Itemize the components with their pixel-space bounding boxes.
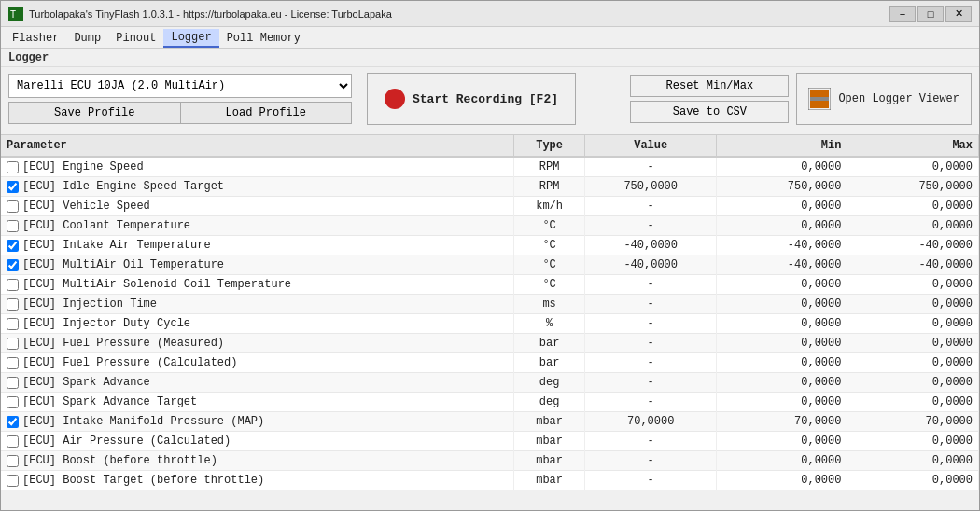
menu-item-logger[interactable]: Logger [163,29,218,48]
param-checkbox[interactable] [7,259,19,271]
titlebar: T Turbolapaka's TinyFlash 1.0.3.1 - http… [1,1,979,27]
param-max: 0,0000 [847,353,979,373]
minimize-button[interactable]: − [889,6,916,22]
maximize-button[interactable]: □ [917,6,944,22]
menu-item-poll-memory[interactable]: Poll Memory [219,30,308,47]
param-checkbox[interactable] [7,161,19,173]
load-profile-button[interactable]: Load Profile [181,102,353,124]
param-checkbox[interactable] [7,416,19,428]
param-max: 70,0000 [847,412,979,432]
param-max: 0,0000 [847,157,979,177]
param-label: [ECU] Spark Advance [22,376,150,389]
menubar: FlasherDumpPinoutLoggerPoll Memory [1,27,979,49]
param-value: - [585,216,717,236]
param-checkbox[interactable] [7,396,19,408]
save-profile-button[interactable]: Save Profile [8,102,181,124]
param-label: [ECU] MultiAir Solenoid Coil Temperature [22,278,291,291]
param-label: [ECU] Engine Speed [22,160,144,173]
param-label: [ECU] Idle Engine Speed Target [22,180,224,193]
open-logger-viewer-button[interactable]: Open Logger Viewer [796,73,972,125]
param-max: 0,0000 [847,216,979,236]
param-min: -40,0000 [716,256,847,275]
param-checkbox[interactable] [7,455,19,467]
param-value: - [585,432,717,451]
param-type: mbar [513,471,585,490]
param-label: [ECU] Intake Air Temperature [22,239,211,252]
param-max: 0,0000 [847,471,979,490]
table-row: [ECU] Injector Duty Cycle%-0,00000,0000 [1,314,979,334]
start-recording-button[interactable]: Start Recording [F2] [367,73,576,125]
param-label: [ECU] Fuel Pressure (Calculated) [22,356,237,369]
table-row: [ECU] Boost (before throttle)mbar-0,0000… [1,451,979,471]
reset-minmax-button[interactable]: Reset Min/Max [630,75,789,97]
param-value: - [585,314,717,334]
param-type: mbar [513,451,585,471]
param-min: -40,0000 [716,236,847,256]
toolbar: Marelli ECU 10JA (2.0 MultiAir) Save Pro… [1,67,979,135]
svg-rect-2 [810,90,829,97]
param-checkbox[interactable] [7,377,19,389]
param-checkbox[interactable] [7,318,19,330]
param-label: [ECU] Air Pressure (Calculated) [22,435,231,448]
close-button[interactable]: ✕ [945,6,972,22]
param-checkbox[interactable] [7,220,19,232]
param-value: - [585,295,717,314]
param-checkbox[interactable] [7,279,19,291]
param-max: -40,0000 [847,236,979,256]
menu-item-pinout[interactable]: Pinout [108,30,163,47]
param-checkbox[interactable] [7,475,19,487]
table-row: [ECU] Fuel Pressure (Measured)bar-0,0000… [1,334,979,353]
param-type: mbar [513,432,585,451]
open-logger-label: Open Logger Viewer [838,92,959,105]
param-label: [ECU] Coolant Temperature [22,219,190,232]
param-value: - [585,275,717,295]
param-checkbox[interactable] [7,200,19,213]
table-row: [ECU] Idle Engine Speed TargetRPM750,000… [1,177,979,197]
param-type: % [513,314,585,334]
param-type: °C [513,236,585,256]
param-value: - [585,353,717,373]
parameter-table: Parameter Type Value Min Max [E [1,135,979,490]
param-type: RPM [513,157,585,177]
param-value: - [585,373,717,393]
window-controls: − □ ✕ [889,6,972,22]
param-min: 0,0000 [716,295,847,314]
param-min: 0,0000 [716,157,847,177]
param-checkbox[interactable] [7,435,19,448]
param-value: 750,0000 [585,177,717,197]
param-min: 0,0000 [716,314,847,334]
param-type: °C [513,256,585,275]
param-checkbox[interactable] [7,298,19,311]
param-type: ms [513,295,585,314]
param-value: - [585,471,717,490]
param-max: 0,0000 [847,373,979,393]
param-type: deg [513,393,585,412]
menu-item-dump[interactable]: Dump [66,30,108,47]
col-min: Min [716,135,847,157]
menu-item-flasher[interactable]: Flasher [5,30,66,47]
param-min: 0,0000 [716,451,847,471]
param-min: 750,0000 [716,177,847,197]
param-label: [ECU] Fuel Pressure (Measured) [22,337,224,350]
table-row: [ECU] Coolant Temperature°C-0,00000,0000 [1,216,979,236]
param-max: 0,0000 [847,275,979,295]
table-row: [ECU] Spark Advancedeg-0,00000,0000 [1,373,979,393]
param-min: 0,0000 [716,432,847,451]
record-label: Start Recording [F2] [413,92,558,106]
param-max: 0,0000 [847,432,979,451]
param-checkbox[interactable] [7,181,19,193]
param-max: 0,0000 [847,334,979,353]
title-text: Turbolapaka's TinyFlash 1.0.3.1 - https:… [29,8,889,20]
param-type: °C [513,275,585,295]
param-label: [ECU] Injection Time [22,297,157,311]
save-csv-button[interactable]: Save to CSV [630,101,789,123]
param-checkbox[interactable] [7,240,19,252]
param-label: [ECU] Boost Target (before throttle) [22,474,264,487]
param-max: 0,0000 [847,295,979,314]
svg-text:T: T [10,9,16,20]
param-checkbox[interactable] [7,357,19,369]
app-icon: T [8,7,23,21]
param-max: 0,0000 [847,451,979,471]
profile-select[interactable]: Marelli ECU 10JA (2.0 MultiAir) [8,74,352,98]
param-checkbox[interactable] [7,338,19,350]
